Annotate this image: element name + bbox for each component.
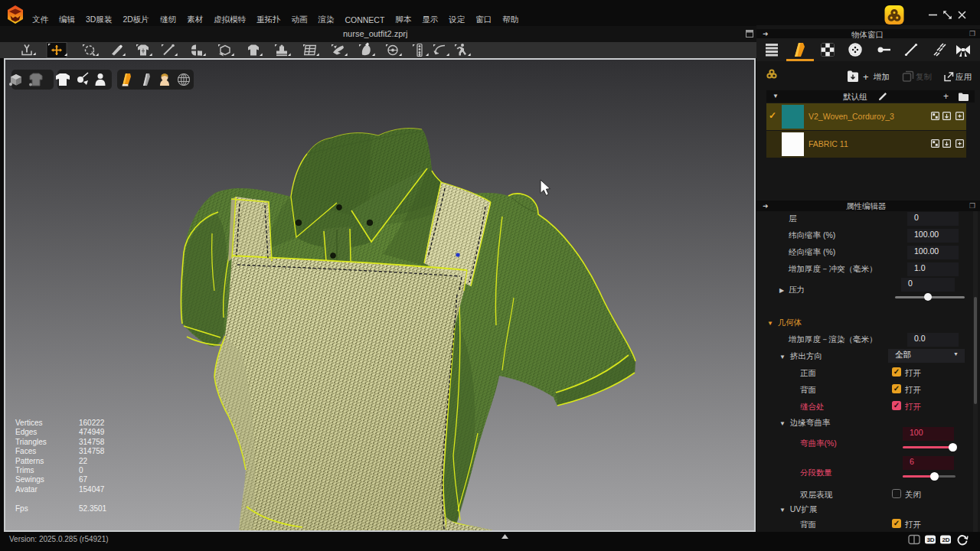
- svg-text:3D: 3D: [926, 536, 934, 543]
- svg-text:+: +: [863, 71, 869, 83]
- svg-text:2D: 2D: [942, 536, 949, 543]
- svg-text:复制: 复制: [916, 72, 932, 81]
- svg-text:应用: 应用: [956, 72, 972, 81]
- svg-text:增加: 增加: [873, 72, 890, 81]
